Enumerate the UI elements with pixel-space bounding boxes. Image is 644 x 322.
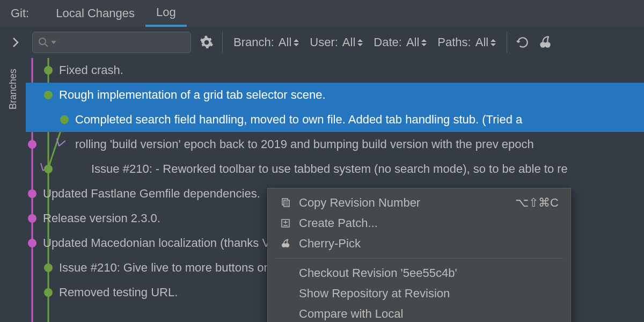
tab-log[interactable]: Log [145, 0, 187, 27]
filter-branch[interactable]: Branch: All [231, 35, 301, 49]
commit-node [44, 288, 53, 297]
log-search-input[interactable] [32, 32, 191, 53]
svg-line-1 [45, 44, 48, 47]
menu-separator [275, 258, 563, 259]
commit-message: Updated Fastlane Gemfile dependencies. [43, 187, 260, 201]
patch-icon [280, 218, 291, 228]
cherry-icon [280, 239, 291, 248]
spinner-icon [294, 39, 299, 46]
commit-node [60, 115, 69, 124]
gear-icon [200, 35, 214, 49]
svg-point-0 [39, 38, 46, 45]
commit-message: Updated Macedonian localization (thanks … [43, 236, 301, 250]
commit-row[interactable]: Issue #210: - Reworked toolbar to use ta… [26, 157, 644, 181]
commit-message: Removed testing URL. [59, 286, 178, 299]
menu-item-label: Copy Revision Number [299, 196, 420, 210]
separator [507, 32, 507, 53]
cherry-icon [538, 35, 552, 49]
search-icon [38, 37, 49, 48]
commit-node [28, 140, 36, 149]
commit-message: Issue #210: - Reworked toolbar to use ta… [91, 162, 568, 176]
log-panel: Branches Fixed crash.Rough implementatio… [0, 58, 644, 322]
tab-local-changes[interactable]: Local Changes [45, 0, 145, 27]
commit-message: Completed search field handling, moved t… [75, 113, 522, 127]
menu-shortcut: ⌥⇧⌘C [515, 196, 559, 210]
menu-item[interactable]: Copy Revision Number⌥⇧⌘C [268, 193, 570, 213]
commit-node [28, 214, 36, 223]
commit-node [28, 239, 36, 247]
refresh-icon [516, 35, 530, 49]
refresh-button[interactable] [516, 35, 530, 49]
spinner-icon [357, 39, 363, 46]
filter-user[interactable]: User: All [308, 35, 365, 49]
menu-item[interactable]: Create Patch... [268, 213, 570, 233]
log-toolbar: Branch: All User: All Date: All Paths: A… [0, 27, 644, 58]
git-tabbar: Git: Local Changes Log [0, 0, 644, 27]
commit-node [28, 189, 36, 198]
commit-row[interactable]: Rough implementation of a grid tab selec… [26, 83, 644, 107]
filter-paths[interactable]: Paths: All [435, 35, 498, 49]
commit-row[interactable]: rolling 'build version' epoch back to 20… [26, 132, 644, 157]
menu-item[interactable]: Compare with Local [268, 304, 570, 322]
expand-branches-button[interactable] [5, 36, 26, 48]
commit-row[interactable]: Fixed crash. [26, 58, 644, 83]
branches-label: Branches [8, 69, 19, 109]
settings-button[interactable] [200, 35, 214, 49]
menu-item[interactable]: Show Repository at Revision [268, 283, 570, 304]
search-dropdown-icon[interactable] [51, 40, 56, 45]
commit-context-menu: Copy Revision Number⌥⇧⌘CCreate Patch...C… [267, 188, 571, 322]
separator [222, 32, 223, 53]
menu-item-label: Checkout Revision '5ee55c4b' [299, 266, 457, 280]
commit-node [44, 165, 53, 173]
commit-node [44, 66, 53, 75]
menu-item[interactable]: Cherry-Pick [268, 233, 570, 254]
commit-message: Rough implementation of a grid tab selec… [59, 88, 326, 102]
copy-icon [280, 198, 291, 208]
menu-item[interactable]: Checkout Revision '5ee55c4b' [268, 263, 570, 283]
commit-message: rolling 'build version' epoch back to 20… [75, 137, 534, 151]
commit-row[interactable]: Completed search field handling, moved t… [26, 107, 644, 132]
vcs-label: Git: [11, 6, 29, 20]
commit-node [44, 264, 53, 272]
commit-node [44, 91, 53, 99]
spinner-icon [421, 39, 427, 46]
menu-item-label: Cherry-Pick [299, 237, 361, 251]
filter-date[interactable]: Date: All [371, 35, 429, 49]
svg-point-3 [545, 42, 551, 48]
cherry-pick-button[interactable] [538, 35, 552, 49]
spinner-icon [491, 39, 496, 46]
svg-point-17 [285, 243, 289, 247]
menu-item-label: Create Patch... [299, 216, 378, 230]
menu-item-label: Compare with Local [299, 307, 403, 321]
branches-sidebar[interactable]: Branches [0, 58, 26, 322]
menu-item-label: Show Repository at Revision [299, 287, 450, 301]
